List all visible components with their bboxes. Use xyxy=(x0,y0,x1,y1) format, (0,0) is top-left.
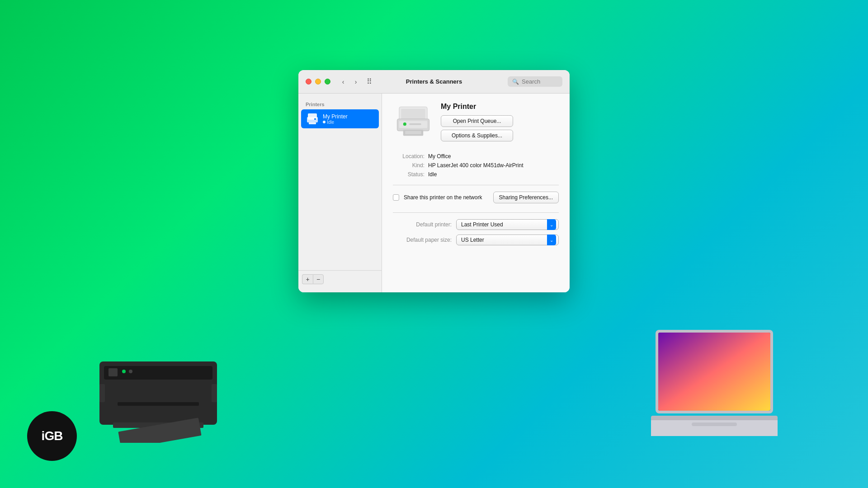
svg-rect-26 xyxy=(409,123,421,125)
traffic-lights xyxy=(306,79,330,84)
search-icon: 🔍 xyxy=(512,79,519,85)
svg-rect-8 xyxy=(99,384,105,402)
options-supplies-button[interactable]: Options & Supplies... xyxy=(441,130,513,141)
default-printer-row: Default printer: Last Printer Used ⌄ xyxy=(393,219,559,230)
decorative-printer xyxy=(90,325,226,443)
default-paper-select[interactable]: US Letter xyxy=(456,235,559,245)
printer-icon xyxy=(306,112,319,126)
search-input[interactable] xyxy=(522,78,558,85)
remove-printer-button[interactable]: − xyxy=(313,274,324,284)
printer-details: My Printer Open Print Queue... Options &… xyxy=(441,103,559,144)
location-label: Location: xyxy=(393,153,425,160)
forward-button[interactable]: › xyxy=(350,76,361,87)
svg-rect-4 xyxy=(129,370,132,373)
window-content: Printers My Printer Idle xyxy=(298,94,570,292)
printer-info: My Printer Idle xyxy=(323,113,374,125)
open-print-queue-button[interactable]: Open Print Queue... xyxy=(441,115,513,127)
divider-2 xyxy=(393,212,559,213)
default-paper-row: Default paper size: US Letter ⌄ xyxy=(393,235,559,245)
svg-rect-7 xyxy=(118,402,199,406)
sidebar-section-label: Printers xyxy=(298,98,382,109)
search-bar[interactable]: 🔍 xyxy=(508,76,562,87)
kind-label: Kind: xyxy=(393,162,425,169)
svg-rect-25 xyxy=(403,122,406,126)
svg-rect-18 xyxy=(307,117,318,122)
grid-icon[interactable]: ⠿ xyxy=(367,77,372,86)
divider-1 xyxy=(393,185,559,185)
share-checkbox[interactable] xyxy=(393,194,399,201)
sidebar: Printers My Printer Idle xyxy=(298,94,382,292)
svg-rect-12 xyxy=(658,333,770,411)
defaults-section: Default printer: Last Printer Used ⌄ Def… xyxy=(393,219,559,245)
close-button[interactable] xyxy=(306,79,311,84)
svg-rect-28 xyxy=(405,131,421,134)
svg-rect-19 xyxy=(309,122,316,124)
detail-printer-name: My Printer xyxy=(441,103,559,111)
svg-rect-3 xyxy=(122,370,126,373)
default-printer-select-wrapper: Last Printer Used ⌄ xyxy=(456,219,559,230)
svg-rect-9 xyxy=(212,384,217,402)
printer-header: My Printer Open Print Queue... Options &… xyxy=(393,103,559,144)
default-paper-label: Default paper size: xyxy=(393,237,452,243)
status-row: Status: Idle xyxy=(393,171,559,178)
location-row: Location: My Office xyxy=(393,153,559,160)
status-value: Idle xyxy=(428,171,437,178)
svg-rect-2 xyxy=(108,368,118,376)
title-bar: ‹ › ⠿ Printers & Scanners 🔍 xyxy=(298,70,570,94)
main-panel: My Printer Open Print Queue... Options &… xyxy=(382,94,570,292)
sidebar-item-my-printer[interactable]: My Printer Idle xyxy=(301,109,379,128)
sharing-preferences-button[interactable]: Sharing Preferences... xyxy=(493,192,559,203)
info-grid: Location: My Office Kind: HP LaserJet 40… xyxy=(393,153,559,178)
nav-buttons: ‹ › xyxy=(338,76,361,87)
svg-rect-1 xyxy=(104,366,212,380)
default-paper-select-wrapper: US Letter ⌄ xyxy=(456,235,559,245)
printer-main-image xyxy=(393,103,434,143)
share-row: Share this printer on the network Sharin… xyxy=(393,192,559,203)
status-label: Status: xyxy=(393,171,425,178)
back-button[interactable]: ‹ xyxy=(338,76,349,87)
svg-rect-16 xyxy=(692,422,737,426)
kind-value: HP LaserJet 400 color M451dw-AirPrint xyxy=(428,162,524,169)
sidebar-footer: + − xyxy=(298,270,382,288)
printer-status: Idle xyxy=(323,120,374,125)
share-label: Share this printer on the network xyxy=(404,194,489,201)
kind-row: Kind: HP LaserJet 400 color M451dw-AirPr… xyxy=(393,162,559,169)
decorative-laptop xyxy=(642,325,787,452)
add-printer-button[interactable]: + xyxy=(302,274,313,284)
printers-scanners-window: ‹ › ⠿ Printers & Scanners 🔍 Printers xyxy=(298,70,570,292)
fullscreen-button[interactable] xyxy=(325,79,330,84)
minimize-button[interactable] xyxy=(315,79,321,84)
default-printer-select[interactable]: Last Printer Used xyxy=(456,219,559,230)
igb-logo-text: iGB xyxy=(42,429,63,443)
igb-logo: iGB xyxy=(27,411,77,461)
window-title: Printers & Scanners xyxy=(406,78,462,85)
printer-name: My Printer xyxy=(323,113,374,120)
svg-rect-20 xyxy=(314,118,316,120)
status-dot xyxy=(323,121,326,123)
location-value: My Office xyxy=(428,153,451,160)
default-printer-label: Default printer: xyxy=(393,221,452,228)
